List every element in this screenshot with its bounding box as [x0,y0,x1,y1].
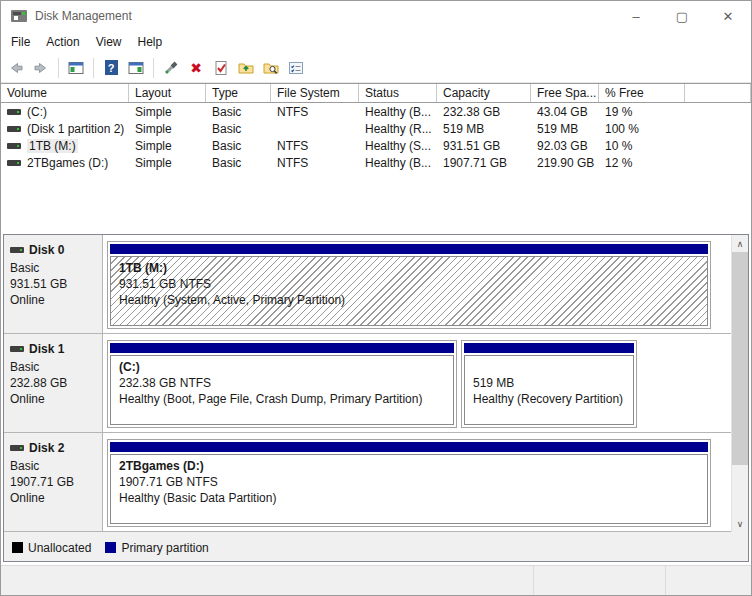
partition-label: 2TBgames (D:) [119,458,707,474]
disk-row-1: Disk 1 Basic 232.88 GB Online (C:) 232.3… [4,334,748,433]
disk-status: Online [10,391,102,407]
disk-row-0: Disk 0 Basic 931.51 GB Online 1TB (M:) 9… [4,235,748,334]
disk2-label[interactable]: Disk 2 Basic 1907.71 GB Online [4,433,103,531]
volume-layout: Simple [129,139,206,153]
volume-row-1tb-m[interactable]: 1TB (M:) Simple Basic NTFS Healthy (S...… [1,137,751,154]
volume-fs: NTFS [271,105,359,119]
disk-icon [10,247,24,253]
close-button[interactable]: ✕ [705,1,751,31]
disk-size: 931.51 GB [10,276,102,292]
toolbar-separator [93,58,94,78]
disk-type: Basic [10,359,102,375]
menu-file[interactable]: File [3,33,38,51]
check-document-icon[interactable] [210,57,232,79]
column-header-free-space[interactable]: Free Spa... [531,84,599,102]
volume-disk-icon [7,143,21,149]
column-header-volume[interactable]: Volume [1,84,129,102]
partition-size: 1907.71 GB NTFS [119,474,707,490]
volume-type: Basic [206,156,271,170]
maximize-button[interactable]: ▢ [659,1,705,31]
volume-row-disk1-partition2[interactable]: (Disk 1 partition 2) Simple Basic Health… [1,120,751,137]
partition-size: 931.51 GB NTFS [119,276,707,292]
legend-bar: Unallocated Primary partition [4,532,748,562]
volume-row-c[interactable]: (C:) Simple Basic NTFS Healthy (B... 232… [1,103,751,120]
disk-size: 1907.71 GB [10,474,102,490]
partition-health: Healthy (Basic Data Partition) [119,490,707,506]
volume-status: Healthy (R... [359,122,437,136]
volume-status: Healthy (B... [359,105,437,119]
column-header-pct-free[interactable]: % Free [599,84,685,102]
column-header-file-system[interactable]: File System [271,84,359,102]
disk0-label[interactable]: Disk 0 Basic 931.51 GB Online [4,235,103,333]
column-header-layout[interactable]: Layout [129,84,206,102]
window-title: Disk Management [35,9,132,23]
disk-status: Online [10,292,102,308]
title-bar: Disk Management – ▢ ✕ [1,1,751,31]
disk-management-window: Disk Management – ▢ ✕ File Action View H… [0,0,752,596]
volume-disk-icon [7,109,21,115]
vertical-scrollbar[interactable]: ∧ ∨ [731,235,748,532]
volume-disk-icon [7,126,21,132]
column-header-empty [685,84,751,102]
folder-up-icon[interactable] [235,57,257,79]
disk1-label[interactable]: Disk 1 Basic 232.88 GB Online [4,334,103,432]
graphical-view-pane: Disk 0 Basic 931.51 GB Online 1TB (M:) 9… [3,234,749,562]
column-header-status[interactable]: Status [359,84,437,102]
volume-free: 219.90 GB [531,156,599,170]
forward-icon[interactable] [30,57,52,79]
partition-health: Healthy (Boot, Page File, Crash Dump, Pr… [119,391,453,407]
volume-type: Basic [206,139,271,153]
disk-type: Basic [10,260,102,276]
volume-capacity: 519 MB [437,122,531,136]
volume-layout: Simple [129,105,206,119]
delete-volume-icon[interactable]: ✖ [185,57,207,79]
console-tree-icon[interactable] [65,57,87,79]
scrollbar-track[interactable] [732,465,748,515]
volume-pct-free: 19 % [599,105,685,119]
scroll-up-icon[interactable]: ∧ [732,235,748,252]
statusbar-divider [533,566,534,595]
menu-help[interactable]: Help [130,33,171,51]
properties-list-icon[interactable] [285,57,307,79]
partition-color-band [110,244,708,254]
status-bar [1,565,751,595]
legend-label: Primary partition [121,541,208,555]
tool-icon[interactable] [160,57,182,79]
menu-action[interactable]: Action [38,33,87,51]
scrollbar-thumb[interactable] [732,252,748,465]
disk-name: Disk 1 [29,341,64,357]
minimize-button[interactable]: – [613,1,659,31]
partition-c[interactable]: (C:) 232.38 GB NTFS Healthy (Boot, Page … [107,340,457,428]
partition-size: 232.38 GB NTFS [119,375,453,391]
toolbar-separator [58,58,59,78]
volume-layout: Simple [129,156,206,170]
partition-1tb-m[interactable]: 1TB (M:) 931.51 GB NTFS Healthy (System,… [107,241,711,329]
volume-row-2tbgames-d[interactable]: 2TBgames (D:) Simple Basic NTFS Healthy … [1,154,751,171]
disk-icon [10,445,24,451]
column-header-capacity[interactable]: Capacity [437,84,531,102]
disk-icon [10,346,24,352]
partition-size: 519 MB [473,375,633,391]
action-pane-icon[interactable] [125,57,147,79]
disk-name: Disk 0 [29,242,64,258]
partition-color-band [110,343,454,353]
partition-recovery[interactable]: 519 MB Healthy (Recovery Partition) [461,340,637,428]
disk-status: Online [10,490,102,506]
partition-2tbgames-d[interactable]: 2TBgames (D:) 1907.71 GB NTFS Healthy (B… [107,439,711,527]
statusbar-divider [665,566,666,595]
partition-health: Healthy (Recovery Partition) [473,391,633,407]
partition-color-band [464,343,634,353]
volume-name-selected: 1TB (M:) [27,139,78,153]
partition-label: (C:) [119,359,453,375]
volume-type: Basic [206,105,271,119]
volume-name: (C:) [27,105,47,119]
scroll-down-icon[interactable]: ∨ [732,515,748,532]
folder-search-icon[interactable] [260,57,282,79]
back-icon[interactable] [5,57,27,79]
column-header-type[interactable]: Type [206,84,271,102]
help-icon[interactable]: ? [100,57,122,79]
volume-status: Healthy (B... [359,156,437,170]
partition-color-band [110,442,708,452]
partition-health: Healthy (System, Active, Primary Partiti… [119,292,707,308]
menu-view[interactable]: View [88,33,130,51]
